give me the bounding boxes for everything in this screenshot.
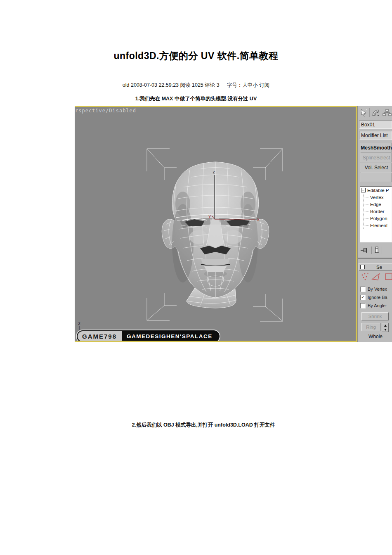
spinner-up-icon[interactable]	[382, 323, 388, 327]
modifier-list-dropdown[interactable]: Modifier List	[359, 131, 392, 140]
splineselect-button[interactable]: SplineSelect	[361, 153, 392, 162]
stack-item-polygon[interactable]: Polygon	[364, 215, 392, 222]
head-model	[162, 162, 269, 308]
tab-hierarchy[interactable]	[382, 107, 392, 118]
step2-text: 2.然后我们以 OBJ 模式导出,并打开 unfold3D.LOAD 打开文件	[0, 422, 392, 429]
whole-label: Whole	[368, 334, 383, 339]
checkbox-box[interactable]	[360, 303, 366, 308]
meta-line: old 2008-07-03 22:59:23 阅读 1025 评论 3字号：大…	[0, 82, 392, 89]
meta-date-views: old 2008-07-03 22:59:23 阅读 1025 评论 3	[123, 82, 220, 88]
modify-arc-icon	[371, 109, 380, 117]
tab-create[interactable]	[359, 107, 369, 118]
stack-item-editable-poly[interactable]: Editable P	[360, 187, 392, 194]
ring-button[interactable]: Ring	[361, 323, 380, 331]
object-name-field[interactable]: Box01	[359, 121, 392, 129]
modifier-stack: Editable P Vertex Edge Border Polygon El…	[360, 186, 392, 242]
empty-modifier-button[interactable]	[361, 173, 392, 182]
checkbox-box[interactable]	[360, 287, 366, 292]
meta-fontsize-subscribe[interactable]: 字号：大中小 订阅	[227, 82, 269, 88]
axis-z-label: z	[213, 170, 215, 174]
gamedesign-palace-text: GAMEDESIGHEN'SPALACE	[122, 331, 219, 341]
viewport-selected-border-bottom	[75, 341, 357, 342]
tutorial-page: { "page": { "title": "unfold3D.方便的分 UV 软…	[0, 0, 392, 555]
command-panel: Box01 Modifier List MeshSmooth SplineSel…	[357, 106, 392, 342]
by-vertex-checkbox[interactable]: By Vertex	[360, 286, 387, 292]
max-screenshot: z x y z rspective/Disabled GAME798 GAMED…	[75, 106, 392, 342]
stack-item-edge[interactable]: Edge	[364, 201, 392, 208]
ignore-backfacing-checkbox[interactable]: ✓ Ignore Ba	[360, 294, 387, 300]
subobject-icons-row	[358, 272, 392, 282]
tab-modify[interactable]	[370, 107, 381, 118]
world-axis-z-label: z	[78, 321, 80, 326]
ring-spinner[interactable]	[382, 323, 389, 332]
panel-separator	[358, 258, 392, 259]
step1-text: 1.我们先在 MAX 中做了个简单的头模型.没有分过 UV	[0, 95, 392, 102]
axis-x-label: x	[257, 217, 260, 222]
meshsmooth-button[interactable]: MeshSmooth	[361, 143, 392, 152]
edge-selection-icon[interactable]	[371, 272, 381, 282]
by-angle-checkbox[interactable]: By Angle:	[360, 303, 387, 308]
viewport-label[interactable]: rspective/Disabled	[75, 108, 136, 114]
spinner-down-icon[interactable]	[382, 327, 388, 332]
select-arrow-icon	[360, 109, 368, 117]
page-title: unfold3D.方便的分 UV 软件.简单教程	[0, 50, 392, 62]
stack-item-border[interactable]: Border	[364, 208, 392, 215]
pin-stack-icon[interactable]	[360, 247, 369, 254]
volselect-button[interactable]: Vol. Select	[361, 163, 392, 172]
rollout-minus-icon	[360, 265, 365, 269]
perspective-viewport[interactable]: z x y z rspective/Disabled GAME798 GAMED…	[75, 107, 356, 341]
stack-toolbar	[358, 244, 392, 256]
game798-logo-text: GAME798	[78, 331, 122, 341]
show-end-result-icon[interactable]	[374, 247, 380, 254]
checkbox-box-checked[interactable]: ✓	[360, 295, 366, 300]
game798-watermark: GAME798 GAMEDESIGHEN'SPALACE	[77, 330, 220, 341]
border-selection-icon[interactable]	[384, 272, 392, 282]
vertex-selection-icon[interactable]	[360, 272, 369, 282]
shrink-button[interactable]: Shrink	[361, 312, 389, 320]
selection-rollout-header[interactable]: Se	[359, 263, 392, 271]
stack-item-vertex[interactable]: Vertex	[364, 194, 392, 201]
viewport-scene: z x y z	[75, 107, 356, 341]
stack-item-element[interactable]: Element	[364, 222, 392, 229]
collapse-minus-icon[interactable]	[361, 188, 366, 192]
hierarchy-icon	[383, 109, 392, 117]
axis-y-label: y	[208, 214, 211, 218]
